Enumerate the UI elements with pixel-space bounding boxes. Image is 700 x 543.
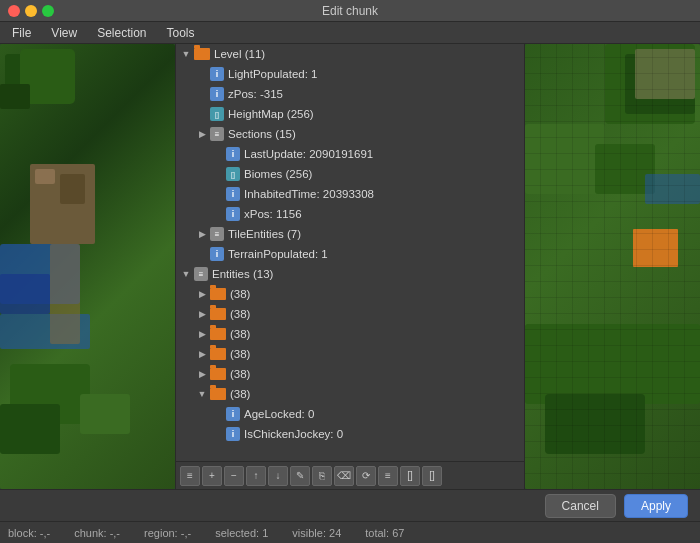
tree-item[interactable]: iTerrainPopulated: 1 (176, 244, 524, 264)
tree-item-label: (38) (230, 308, 250, 320)
tree-arrow[interactable] (196, 368, 208, 380)
menu-bar: File View Selection Tools (0, 22, 700, 44)
tree-arrow[interactable] (196, 228, 208, 240)
tree-arrow[interactable] (180, 268, 192, 280)
bottom-panel: Cancel Apply (0, 489, 700, 521)
list-icon: ≡ (210, 227, 224, 241)
tree-arrow[interactable] (196, 348, 208, 360)
tree-item-label: Biomes (256) (244, 168, 312, 180)
title-bar: Edit chunk (0, 0, 700, 22)
int-icon: i (210, 247, 224, 261)
tree-item[interactable]: (38) (176, 304, 524, 324)
tree-item[interactable]: iInhabitedTime: 20393308 (176, 184, 524, 204)
map-right-canvas (525, 44, 700, 489)
tree-item[interactable]: ixPos: 1156 (176, 204, 524, 224)
tool-collapse[interactable]: [] (422, 466, 442, 486)
tree-item[interactable]: iLightPopulated: 1 (176, 64, 524, 84)
window-controls[interactable] (8, 5, 54, 17)
folder-icon (210, 328, 226, 340)
menu-view[interactable]: View (47, 24, 81, 42)
tool-copy[interactable]: ⎘ (312, 466, 332, 486)
minimize-button[interactable] (25, 5, 37, 17)
menu-file[interactable]: File (8, 24, 35, 42)
tree-item-label: AgeLocked: 0 (244, 408, 314, 420)
map-right (525, 44, 700, 489)
tool-refresh[interactable]: ⟳ (356, 466, 376, 486)
tool-edit[interactable]: ✎ (290, 466, 310, 486)
tool-list[interactable]: ≡ (378, 466, 398, 486)
status-total: total: 67 (365, 527, 404, 539)
status-visible: visible: 24 (292, 527, 341, 539)
tree-arrow[interactable] (196, 288, 208, 300)
tree-item[interactable]: (38) (176, 324, 524, 344)
tree-item-label: TerrainPopulated: 1 (228, 248, 328, 260)
folder-icon (210, 288, 226, 300)
tree-item[interactable]: (38) (176, 344, 524, 364)
tool-move-down[interactable]: ↓ (268, 466, 288, 486)
map-left-canvas (0, 44, 175, 489)
tree-toolbar: ≡ + − ↑ ↓ ✎ ⎘ ⌫ ⟳ ≡ [] [] (176, 461, 524, 489)
tree-arrow[interactable] (180, 48, 192, 60)
tool-add[interactable]: + (202, 466, 222, 486)
int-icon: i (210, 67, 224, 81)
window-title: Edit chunk (322, 4, 378, 18)
tree-scroll[interactable]: Level (11)iLightPopulated: 1izPos: -315[… (176, 44, 524, 461)
tree-item[interactable]: (38) (176, 284, 524, 304)
tree-item[interactable]: []HeightMap (256) (176, 104, 524, 124)
tree-item-label: (38) (230, 348, 250, 360)
tree-item-label: InhabitedTime: 20393308 (244, 188, 374, 200)
int-icon: i (226, 147, 240, 161)
apply-button[interactable]: Apply (624, 494, 688, 518)
tree-item-label: TileEntities (7) (228, 228, 301, 240)
byte-arr-icon: [] (210, 107, 224, 121)
tree-arrow[interactable] (196, 308, 208, 320)
int-icon: i (226, 207, 240, 221)
tree-item[interactable]: iIsChickenJockey: 0 (176, 424, 524, 444)
tool-delete[interactable]: ⌫ (334, 466, 354, 486)
tree-item[interactable]: ≡Entities (13) (176, 264, 524, 284)
status-chunk: chunk: -,- (74, 527, 120, 539)
close-button[interactable] (8, 5, 20, 17)
status-block: block: -,- (8, 527, 50, 539)
folder-icon (210, 308, 226, 320)
tree-item-label: (38) (230, 368, 250, 380)
tree-arrow[interactable] (196, 128, 208, 140)
status-region: region: -,- (144, 527, 191, 539)
tree-item-label: zPos: -315 (228, 88, 283, 100)
tree-item[interactable]: izPos: -315 (176, 84, 524, 104)
tree-arrow[interactable] (196, 328, 208, 340)
folder-icon (210, 348, 226, 360)
tree-arrow[interactable] (196, 388, 208, 400)
maximize-button[interactable] (42, 5, 54, 17)
tree-item[interactable]: (38) (176, 364, 524, 384)
folder-icon (210, 388, 226, 400)
tool-menu[interactable]: ≡ (180, 466, 200, 486)
tool-expand[interactable]: [] (400, 466, 420, 486)
tree-item[interactable]: Level (11) (176, 44, 524, 64)
tree-item[interactable]: (38) (176, 384, 524, 404)
main-layout: Level (11)iLightPopulated: 1izPos: -315[… (0, 44, 700, 489)
tree-item[interactable]: ≡TileEntities (7) (176, 224, 524, 244)
tree-item-label: Level (11) (214, 48, 265, 60)
tool-move-up[interactable]: ↑ (246, 466, 266, 486)
int-icon: i (226, 407, 240, 421)
tool-remove[interactable]: − (224, 466, 244, 486)
menu-tools[interactable]: Tools (163, 24, 199, 42)
tree-panel: Level (11)iLightPopulated: 1izPos: -315[… (175, 44, 525, 489)
tree-item-label: (38) (230, 388, 250, 400)
status-selected: selected: 1 (215, 527, 268, 539)
int-icon: i (226, 187, 240, 201)
tree-item-label: HeightMap (256) (228, 108, 314, 120)
tree-item-label: IsChickenJockey: 0 (244, 428, 343, 440)
tree-item-label: Sections (15) (228, 128, 296, 140)
list-icon: ≡ (194, 267, 208, 281)
tree-item-label: (38) (230, 288, 250, 300)
tree-item[interactable]: ≡Sections (15) (176, 124, 524, 144)
tree-item[interactable]: []Biomes (256) (176, 164, 524, 184)
menu-selection[interactable]: Selection (93, 24, 150, 42)
cancel-button[interactable]: Cancel (545, 494, 616, 518)
tree-item-label: LastUpdate: 2090191691 (244, 148, 373, 160)
tree-item[interactable]: iLastUpdate: 2090191691 (176, 144, 524, 164)
tree-item[interactable]: iAgeLocked: 0 (176, 404, 524, 424)
folder-icon (194, 48, 210, 60)
